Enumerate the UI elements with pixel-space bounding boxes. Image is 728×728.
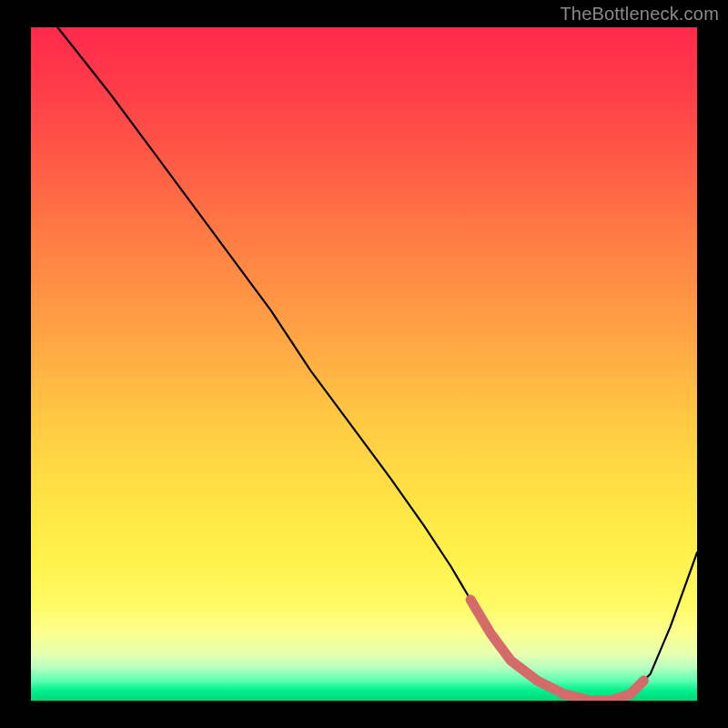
- attribution-text: TheBottleneck.com: [560, 4, 719, 25]
- bottleneck-curve-path: [57, 27, 697, 701]
- optimal-band-path: [470, 600, 643, 701]
- plot-area: [31, 27, 697, 701]
- curve-svg: [31, 27, 697, 701]
- chart-stage: TheBottleneck.com: [0, 0, 728, 728]
